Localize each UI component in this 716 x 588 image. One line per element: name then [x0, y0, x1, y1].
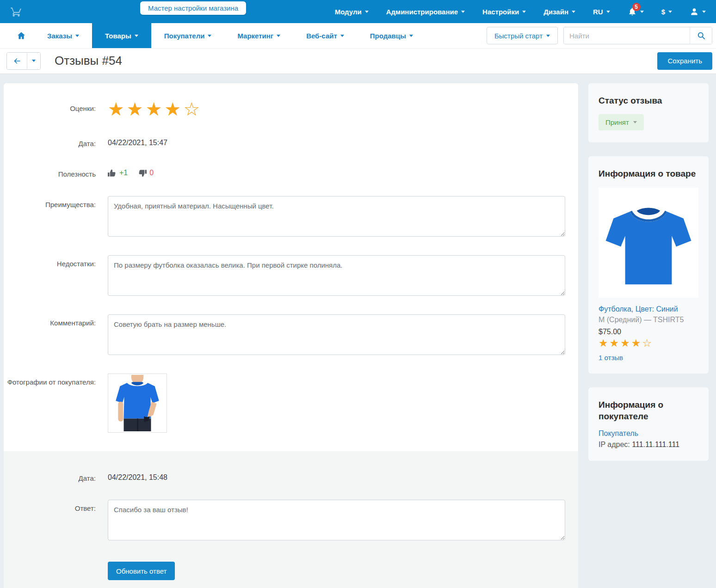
- chevron-down-icon: [277, 35, 280, 37]
- customer-link[interactable]: Покупатель: [599, 429, 638, 438]
- answer-textarea[interactable]: Спасибо за ваш отзыв!: [108, 500, 565, 540]
- topbar-menus: Модули Администрирование Настройки Дизай…: [335, 7, 706, 16]
- ip-value: 111.11.111.111: [632, 441, 679, 448]
- menu-modules-label: Модули: [335, 8, 362, 16]
- product-rating-stars: ★★★★☆: [599, 337, 698, 350]
- chevron-down-icon: [640, 11, 644, 13]
- update-reply-button[interactable]: Обновить ответ: [108, 562, 175, 580]
- menu-design[interactable]: Дизайн: [543, 8, 575, 16]
- product-variant: M (Средний) — TSHIRT5: [599, 316, 698, 324]
- topbar: Мастер настройки магазина Модули Админис…: [0, 0, 716, 23]
- store-setup-wizard-button[interactable]: Мастер настройки магазина: [140, 1, 246, 15]
- chevron-down-icon: [522, 11, 526, 13]
- menu-administration-label: Администрирование: [386, 8, 458, 16]
- comment-textarea[interactable]: Советую брать на размер меньше.: [108, 314, 565, 355]
- nav-item-marketing[interactable]: Маркетинг: [224, 23, 293, 48]
- nav-item-website[interactable]: Веб-сайт: [293, 23, 357, 48]
- comment-row: Комментарий: Советую брать на размер мен…: [4, 314, 578, 357]
- product-image[interactable]: [599, 188, 698, 298]
- thumbs-down-count: 0: [149, 169, 154, 177]
- account-menu[interactable]: [690, 7, 706, 16]
- search-group: [563, 27, 712, 44]
- chevron-down-icon: [572, 11, 575, 13]
- nav-vendors-label: Продавцы: [370, 32, 406, 40]
- nav-website-label: Веб-сайт: [306, 32, 337, 40]
- ip-label: IP адрес:: [599, 441, 630, 448]
- search-button[interactable]: [690, 27, 712, 44]
- reply-section: Дата: 04/22/2021, 15:48 Ответ: Спасибо з…: [4, 451, 578, 588]
- notification-count-badge: 5: [632, 3, 641, 11]
- nav-customers-label: Покупатели: [164, 32, 205, 40]
- nav-orders-label: Заказы: [47, 32, 72, 40]
- nav-item-vendors[interactable]: Продавцы: [357, 23, 426, 48]
- date-label: Дата:: [4, 135, 108, 149]
- helpfulness-row: Полезность +1 0: [4, 165, 578, 179]
- date-row: Дата: 04/22/2021, 15:47: [4, 135, 578, 149]
- advantages-row: Преимущества: Удобная, приятный материал…: [4, 196, 578, 239]
- chevron-down-icon: [668, 11, 672, 13]
- currency-selector[interactable]: $: [661, 8, 672, 16]
- product-price: $75.00: [599, 328, 698, 336]
- chevron-down-icon: [409, 35, 413, 37]
- product-info-title: Информация о товаре: [599, 168, 698, 180]
- chevron-down-icon: [633, 121, 637, 123]
- home-button[interactable]: [8, 23, 34, 48]
- customer-ip-row: IP адрес: 111.11.111.111: [599, 441, 698, 449]
- nav-marketing-label: Маркетинг: [237, 32, 273, 40]
- chevron-down-icon: [32, 60, 36, 62]
- customer-photo-person-in-blue-tshirt: [109, 375, 166, 431]
- disadvantages-label: Недостатки:: [4, 255, 108, 298]
- menu-design-label: Дизайн: [543, 8, 568, 16]
- customer-photo-thumbnail[interactable]: [108, 374, 167, 433]
- language-selector[interactable]: RU: [593, 8, 610, 16]
- nav-item-customers[interactable]: Покупатели: [151, 23, 225, 48]
- menu-administration[interactable]: Администрирование: [386, 8, 465, 16]
- thumbs-down-icon: [138, 169, 147, 178]
- user-icon: [690, 7, 699, 16]
- reply-date-label: Дата:: [4, 470, 108, 484]
- answer-label: Ответ:: [4, 500, 108, 542]
- nav-products-label: Товары: [105, 32, 131, 40]
- review-status-card: Статус отзыва Принят: [588, 83, 709, 142]
- customer-photos-label: Фотографии от покупателя:: [4, 374, 108, 433]
- back-button[interactable]: [7, 53, 27, 69]
- save-button[interactable]: Сохранить: [657, 52, 712, 70]
- menu-settings[interactable]: Настройки: [482, 8, 526, 16]
- chevron-down-icon: [340, 35, 344, 37]
- chevron-down-icon: [75, 35, 79, 37]
- rating-stars[interactable]: ★★★★☆: [108, 100, 565, 118]
- arrow-left-icon: [12, 56, 22, 66]
- thumbs-up-icon: [108, 169, 117, 178]
- answer-row: Ответ: Спасибо за ваш отзыв!: [4, 500, 578, 542]
- reply-date: 04/22/2021, 15:48: [108, 470, 565, 482]
- nav-item-orders[interactable]: Заказы: [34, 23, 92, 48]
- back-dropdown-button[interactable]: [27, 53, 40, 69]
- sidebar: Статус отзыва Принят Информация о товаре…: [588, 83, 709, 475]
- product-name-link[interactable]: Футболка, Цвет: Синий: [599, 305, 678, 313]
- product-reviews-link[interactable]: 1 отзыв: [599, 354, 623, 361]
- disadvantages-textarea[interactable]: По размеру футболка оказалась велика. Пр…: [108, 255, 565, 296]
- review-status-dropdown[interactable]: Принят: [599, 114, 644, 130]
- product-info-card: Информация о товаре Футболка, Цвет: Сини…: [588, 156, 709, 374]
- customer-info-title: Информация о покупателе: [599, 399, 698, 422]
- page-header: Отзывы #54 Сохранить: [0, 48, 716, 74]
- chevron-down-icon: [461, 11, 465, 13]
- menu-modules[interactable]: Модули: [335, 8, 369, 16]
- chevron-down-icon: [135, 35, 138, 37]
- chevron-down-icon: [606, 11, 610, 13]
- quick-start-button[interactable]: Быстрый старт: [487, 27, 558, 44]
- review-status-title: Статус отзыва: [599, 95, 698, 107]
- search-input[interactable]: [564, 27, 690, 44]
- back-button-group: [6, 52, 41, 70]
- page-title: Отзывы #54: [55, 54, 122, 68]
- cart-icon[interactable]: [10, 6, 22, 18]
- advantages-textarea[interactable]: Удобная, приятный материал. Насыщенный ц…: [108, 196, 565, 237]
- nav-item-products[interactable]: Товары: [92, 23, 151, 48]
- notifications-menu[interactable]: 5: [628, 7, 644, 16]
- main-navbar: Заказы Товары Покупатели Маркетинг Веб-с…: [0, 23, 716, 48]
- customer-photos-row: Фотографии от покупателя:: [4, 374, 578, 433]
- chevron-down-icon: [365, 11, 369, 13]
- disadvantages-row: Недостатки: По размеру футболка оказалас…: [4, 255, 578, 298]
- chevron-down-icon: [546, 35, 550, 37]
- blue-tshirt-image: [600, 194, 697, 291]
